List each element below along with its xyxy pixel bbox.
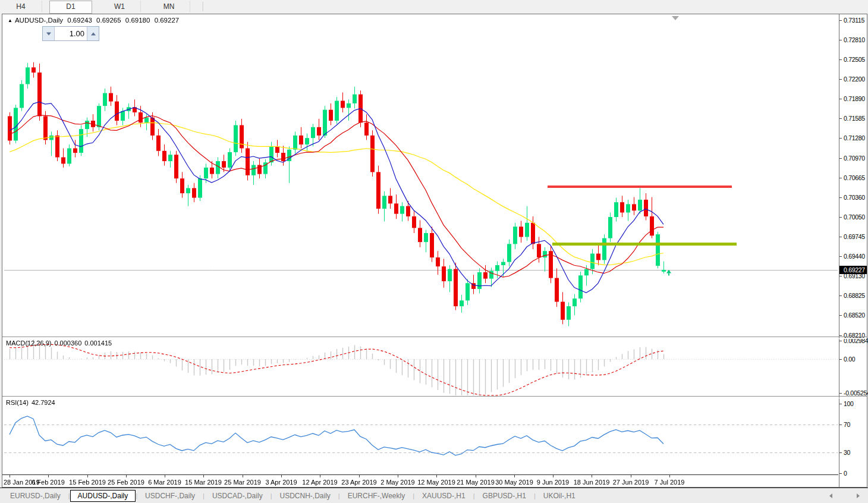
price-axis-label: 0.72810 (844, 36, 865, 43)
sell-price-prefix: 0.69 (15, 52, 30, 61)
date-axis-tick (476, 475, 476, 477)
buy-price-big: 24 (99, 45, 121, 64)
sell-price-big: 22 (33, 45, 55, 64)
volume-decrease-button[interactable] (43, 27, 55, 40)
rsi-value: 42.7924 (32, 399, 55, 406)
date-axis-tick (359, 475, 360, 477)
price-axis-label: 0.72505 (844, 56, 865, 63)
date-axis-tick (514, 475, 515, 477)
chart-title: ▲AUDUSD-,Daily 0.69243 0.69265 0.69180 0… (8, 17, 181, 24)
price-axis-label: 0.73115 (844, 17, 864, 24)
date-axis-label: 25 Mar 2019 (224, 479, 261, 486)
tab-xauusd-h1[interactable]: XAUUSD-,H1 (414, 490, 473, 502)
volume-input[interactable] (55, 27, 87, 40)
date-axis-tick (669, 475, 670, 477)
date-axis-tick (592, 475, 592, 477)
price-axis-label-tick (839, 178, 842, 178)
price-chart-canvas[interactable] (2, 14, 838, 487)
buy-price-prefix: 0.69 (81, 52, 96, 61)
price-axis-label-tick (839, 197, 842, 198)
volume-increase-button[interactable] (87, 27, 99, 40)
rsi-axis-label: 70 (844, 421, 850, 428)
buy-button[interactable]: BUY (99, 26, 136, 41)
buy-price-button[interactable]: 0.69246 (71, 42, 136, 65)
chart-tab-bar: EURUSD-,Daily|AUDUSD-,Daily|USDCHF-,Dail… (0, 488, 868, 503)
sell-price-sup: 7 (55, 45, 59, 55)
volume-stepper (42, 26, 99, 41)
date-axis-label: 6 Feb 2019 (32, 479, 65, 486)
date-axis-label: 12 May 2019 (417, 479, 455, 486)
tab-eurusd-daily[interactable]: EURUSD-,Daily (2, 490, 68, 502)
tab-usdcad-daily[interactable]: USDCAD-,Daily (205, 490, 271, 502)
macd-axis-label-tick (839, 393, 842, 394)
tab-audusd-daily[interactable]: AUDUSD-,Daily (70, 490, 136, 502)
price-axis-label-tick (839, 256, 842, 257)
macd-indicator-label: MACD(12,26,9)0.0003600.001415 (6, 339, 115, 347)
price-axis-label-tick (839, 20, 842, 21)
timeframe-button-d1[interactable]: D1 (49, 1, 92, 14)
rsi-axis-label: 0 (844, 470, 847, 477)
date-axis-tick (10, 475, 10, 477)
current-price-tag: 0.69227 (839, 266, 867, 274)
tab-usdchf-daily[interactable]: USDCHF-,Daily (137, 490, 203, 502)
price-axis-label: 0.70665 (844, 174, 865, 181)
toolbar-separator (203, 2, 204, 11)
scroll-right-icon[interactable] (857, 493, 860, 498)
macd-value-signal: 0.001415 (84, 339, 112, 347)
date-axis-label: 9 Jun 2019 (537, 479, 569, 486)
tab-ukoil-h1[interactable]: UKOil-,H1 (536, 490, 583, 502)
price-axis-label: 0.69440 (844, 253, 865, 260)
symbol-marker-icon: ▲ (8, 18, 12, 23)
price-axis[interactable]: 0.731150.728100.725050.722000.718900.715… (839, 14, 867, 487)
timeframe-toolbar: H4 D1 W1 MN (0, 0, 868, 14)
price-axis-label-tick (839, 158, 842, 159)
rsi-axis-label-tick (839, 473, 842, 474)
date-axis-label: 25 Feb 2019 (108, 479, 144, 486)
timeframe-button-h4[interactable]: H4 (0, 1, 42, 12)
rsi-axis-label: 100 (844, 400, 854, 407)
rsi-axis-label-tick (839, 425, 842, 425)
rsi-name: RSI(14) (6, 399, 29, 406)
date-axis-label: 27 Jun 2019 (613, 479, 649, 486)
price-axis-label-tick (839, 40, 842, 40)
tab-scroll-arrows (824, 493, 860, 499)
timeframe-button-w1[interactable]: W1 (99, 1, 141, 12)
ohlc-open: 0.69243 (67, 17, 92, 24)
date-axis-tick (553, 475, 553, 477)
timeframe-button-mn[interactable]: MN (148, 1, 190, 12)
buy-price-sup: 6 (121, 45, 125, 55)
price-axis-label-tick (839, 217, 842, 218)
price-axis-label-tick (839, 138, 842, 139)
tab-gbpusd-h1[interactable]: GBPUSD-,H1 (475, 490, 534, 502)
panel-separator-macd[interactable] (2, 337, 867, 339)
date-axis-tick (398, 475, 398, 477)
tab-usdcnh-daily[interactable]: USDCNH-,Daily (272, 490, 338, 502)
price-axis-label-tick (839, 276, 842, 276)
price-axis-label-tick (839, 315, 842, 316)
scroll-left-icon[interactable] (829, 493, 832, 498)
date-axis-label: 3 Apr 2019 (265, 479, 297, 486)
chart-symbol-label: AUDUSD-,Daily (15, 17, 63, 24)
price-axis-label: 0.70360 (844, 194, 865, 201)
date-axis-label: 2 May 2019 (380, 479, 414, 486)
price-axis-label-tick (839, 79, 842, 80)
sell-button[interactable]: SELL (5, 26, 42, 41)
rsi-axis-label-tick (839, 404, 842, 404)
tab-eurchf-weekly[interactable]: EURCHF-,Weekly (340, 490, 413, 502)
date-axis-tick (165, 475, 165, 477)
date-axis-tick (436, 475, 437, 477)
chart-shift-icon (672, 16, 679, 20)
macd-value-main: 0.000360 (54, 339, 81, 347)
panel-separator-rsi[interactable] (2, 396, 867, 398)
sell-price-button[interactable]: 0.69227 (5, 42, 70, 65)
macd-axis-label-tick (839, 359, 842, 360)
date-axis-label: 12 Apr 2019 (302, 479, 337, 486)
one-click-trading-panel: SELL BUY 0.69227 0.69246 (5, 26, 136, 65)
price-axis-label: 0.70970 (844, 155, 865, 162)
price-axis-label-tick (839, 118, 842, 119)
chevron-down-icon (46, 32, 51, 35)
price-axis-label: 0.69745 (844, 233, 865, 240)
date-axis-label: 30 May 2019 (495, 479, 533, 486)
price-axis-label: 0.71280 (844, 134, 865, 142)
date-axis-label: 6 Mar 2019 (148, 479, 181, 486)
